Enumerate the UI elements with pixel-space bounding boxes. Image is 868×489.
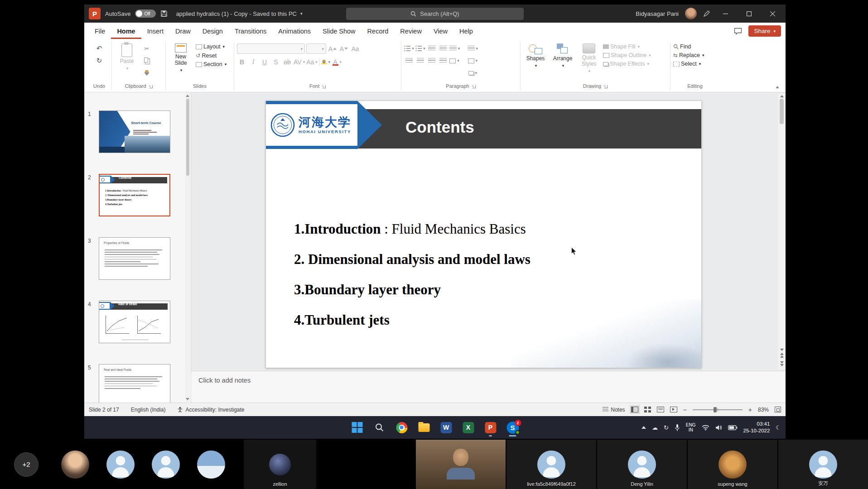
tab-design[interactable]: Design <box>197 24 229 39</box>
align-right-button[interactable] <box>427 56 437 66</box>
font-color-button[interactable]: A <box>332 57 342 67</box>
strikethrough-button[interactable]: ab <box>282 57 292 67</box>
tab-view[interactable]: View <box>428 24 453 39</box>
participant-avatar[interactable] <box>188 440 234 489</box>
start-button[interactable] <box>351 417 364 437</box>
slide-header-title[interactable]: Contents <box>405 118 474 136</box>
thumbnail-frame[interactable]: Short-term Course <box>99 110 170 153</box>
zoom-slider-knob[interactable] <box>714 407 717 412</box>
participant-avatar[interactable] <box>98 440 143 489</box>
tab-review[interactable]: Review <box>394 24 428 39</box>
redo-button[interactable]: ↻ <box>90 56 109 66</box>
tab-draw[interactable]: Draw <box>169 24 197 39</box>
participant-video-tile[interactable] <box>416 440 506 489</box>
battery-icon[interactable] <box>728 425 738 430</box>
slide-thumbnail-1[interactable]: 1 Short-term Course <box>88 110 170 153</box>
taskbar-search-button[interactable] <box>373 417 386 437</box>
decrease-indent-button[interactable] <box>427 43 437 53</box>
close-button[interactable] <box>764 5 781 23</box>
quick-styles-button[interactable]: Quick Styles <box>578 42 600 75</box>
bold-button[interactable]: B <box>237 57 247 67</box>
thumbnail-frame[interactable]: Rate of strain <box>99 301 170 343</box>
microphone-icon[interactable] <box>675 424 680 431</box>
normal-view-button[interactable] <box>631 407 638 412</box>
shape-fill-button[interactable]: Shape Fill <box>603 43 651 50</box>
language-switcher[interactable]: ENGIN <box>686 422 696 433</box>
drawing-dialog-launcher[interactable] <box>603 84 608 88</box>
tab-home[interactable]: Home <box>111 24 141 39</box>
highlight-color-button[interactable] <box>321 57 331 67</box>
zoom-level[interactable]: 83% <box>758 407 769 413</box>
language-indicator[interactable]: English (India) <box>131 407 166 413</box>
arrange-button[interactable]: Arrange <box>550 42 575 69</box>
notes-toggle-button[interactable]: Notes <box>603 407 625 413</box>
character-spacing-button[interactable]: AV <box>294 57 305 67</box>
scroll-down-arrow[interactable] <box>186 398 189 400</box>
line-spacing-button[interactable] <box>449 43 460 53</box>
thumbnail-frame[interactable]: Contents 1.Introduction : Fluid Mechanic… <box>99 174 170 216</box>
scrollbar-thumb[interactable] <box>780 99 784 124</box>
copy-button[interactable] <box>142 56 152 66</box>
participant-avatar[interactable] <box>143 440 188 489</box>
tray-overflow-chevron[interactable] <box>641 426 646 429</box>
clipboard-dialog-launcher[interactable] <box>149 84 153 88</box>
reading-view-button[interactable] <box>657 407 664 412</box>
zoom-out-button[interactable]: − <box>683 406 687 413</box>
scrollbar-thumb[interactable] <box>186 99 189 176</box>
tab-help[interactable]: Help <box>453 24 479 39</box>
tab-insert[interactable]: Insert <box>141 24 169 39</box>
italic-button[interactable]: I <box>248 57 258 67</box>
slideshow-view-button[interactable] <box>670 407 677 412</box>
fit-slide-button[interactable] <box>775 407 781 412</box>
zoom-in-button[interactable]: + <box>748 406 752 413</box>
slide-thumbnail-4[interactable]: 4 Rate of strain <box>88 301 170 343</box>
participant-avatar[interactable] <box>53 440 98 489</box>
section-button[interactable]: Section <box>196 61 227 67</box>
participant-tile[interactable]: 安万 <box>778 440 868 489</box>
overflow-participants-badge[interactable]: +2 <box>0 440 53 489</box>
increase-indent-button[interactable] <box>438 43 448 53</box>
search-box[interactable]: Search (Alt+Q) <box>346 8 524 20</box>
next-slide-button[interactable] <box>780 360 784 368</box>
share-button[interactable]: Share <box>748 25 781 37</box>
thumbnail-frame[interactable]: Properties of Fluids <box>99 237 170 280</box>
volume-icon[interactable] <box>715 425 722 431</box>
shape-effects-button[interactable]: Shape Effects <box>603 61 651 67</box>
slide-thumbnail-2-selected[interactable]: 2 Contents 1.Introduction : Fluid Mechan… <box>88 174 170 216</box>
autosave-toggle[interactable]: Off <box>135 10 156 18</box>
zoom-slider[interactable] <box>693 409 743 410</box>
do-not-disturb-moon-icon[interactable]: ☾ <box>776 424 781 431</box>
justify-button[interactable] <box>438 56 448 66</box>
bullets-button[interactable] <box>404 43 414 53</box>
font-dialog-launcher[interactable] <box>322 84 326 88</box>
participant-tile[interactable]: supeng wang <box>688 440 777 489</box>
align-left-button[interactable] <box>404 56 414 66</box>
document-title[interactable]: applied hydralics (1) - Copy - Saved to … <box>176 10 302 17</box>
thumbnail-frame[interactable]: Real and Ideal Fluids <box>99 364 170 403</box>
convert-smartart-button[interactable] <box>468 68 478 78</box>
wifi-icon[interactable] <box>702 425 709 431</box>
notes-pane[interactable]: Click to add notes <box>191 371 786 403</box>
font-size-combo[interactable] <box>306 43 326 54</box>
tab-slide-show[interactable]: Slide Show <box>317 24 362 39</box>
columns-button[interactable] <box>449 56 459 66</box>
clear-formatting-button[interactable]: Aa <box>350 44 360 54</box>
reset-button[interactable]: ↺Reset <box>196 52 227 59</box>
slide-body-text[interactable]: 1.Introduction : Fluid Mechanics Basics … <box>294 221 530 342</box>
participant-tile[interactable]: Deng Yilin <box>597 440 687 489</box>
layout-button[interactable]: Layout <box>196 43 227 50</box>
undo-button[interactable]: ↶ <box>90 43 109 53</box>
align-center-button[interactable] <box>415 56 425 66</box>
powerpoint-taskbar-icon[interactable]: P <box>484 417 497 437</box>
scroll-up-arrow[interactable] <box>780 95 784 97</box>
shape-outline-button[interactable]: Shape Outline <box>603 52 651 58</box>
collapse-ribbon-button[interactable] <box>776 86 779 88</box>
thumbnails-scrollbar[interactable] <box>185 93 190 402</box>
find-button[interactable]: Find <box>673 43 717 50</box>
onedrive-cloud-icon[interactable]: ☁ <box>652 424 658 431</box>
excel-taskbar-icon[interactable]: X <box>462 417 475 437</box>
participant-tile[interactable]: live:fa5c849f649a0f12 <box>506 440 596 489</box>
tab-file[interactable]: File <box>89 24 111 39</box>
tab-record[interactable]: Record <box>362 24 395 39</box>
comments-icon[interactable] <box>734 28 742 35</box>
